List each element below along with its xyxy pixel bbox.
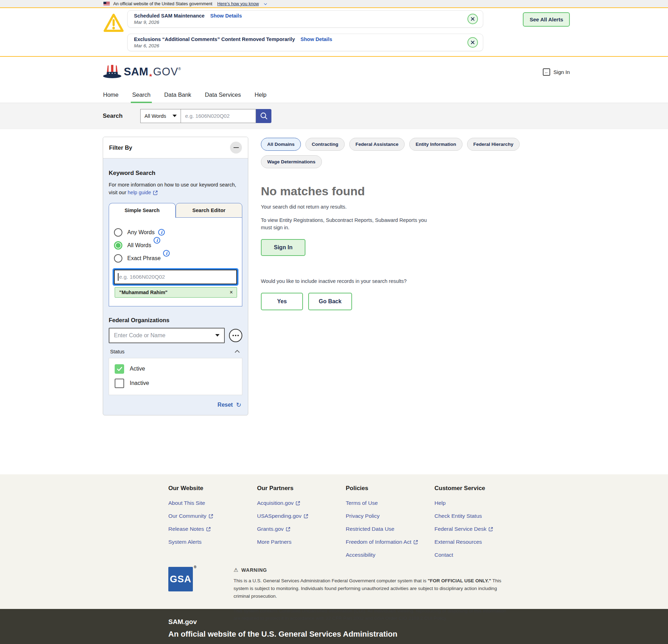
domain-tab-federal-hierarchy[interactable]: Federal Hierarchy — [467, 138, 520, 151]
show-details-link[interactable]: Show Details — [301, 36, 332, 42]
info-icon[interactable]: i — [158, 229, 165, 236]
collapse-filters-button[interactable] — [230, 142, 242, 154]
footer-link[interactable]: Terms of Use — [346, 500, 434, 506]
domain-tab-contracting[interactable]: Contracting — [305, 138, 345, 151]
radio-row-exact-phrase: Exact Phrase i — [114, 254, 237, 263]
status-section-header[interactable]: Status — [109, 349, 242, 358]
external-link-icon — [296, 501, 300, 506]
external-link-icon — [413, 540, 418, 544]
footer-link[interactable]: External Resources — [434, 539, 523, 545]
nav-item-data-bank[interactable]: Data Bank — [160, 87, 195, 103]
federal-org-combobox[interactable]: Enter Code or Name — [109, 328, 225, 343]
footer-link[interactable]: System Alerts — [168, 539, 257, 545]
close-icon — [470, 16, 475, 21]
tab-search-editor[interactable]: Search Editor — [176, 203, 243, 218]
active-checkbox[interactable] — [115, 364, 124, 374]
nav-item-help[interactable]: Help — [251, 87, 270, 103]
domain-tab-all-domains[interactable]: All Domains — [261, 138, 301, 151]
more-options-button[interactable] — [229, 329, 242, 342]
status-active-row[interactable]: Active — [115, 364, 236, 374]
domain-tabs: All Domains Contracting Federal Assistan… — [261, 138, 565, 168]
footer-link[interactable]: Privacy Policy — [346, 513, 434, 519]
search-mode-value: All Words — [144, 113, 166, 119]
how-you-know-link[interactable]: Here’s how you know — [217, 1, 259, 6]
footer-link[interactable]: Contact — [434, 552, 523, 558]
footer-link[interactable]: Acquisition.gov — [257, 500, 346, 506]
keyword-chip-label: "Muhammad Rahim" — [119, 290, 168, 295]
tab-simple-search[interactable]: Simple Search — [109, 203, 176, 218]
chip-remove-icon[interactable]: × — [230, 290, 233, 295]
footer-link[interactable]: Accessibility — [346, 552, 434, 558]
footer-link[interactable]: Help — [434, 500, 523, 506]
inactive-checkbox[interactable] — [115, 379, 124, 388]
nav-item-search[interactable]: Search — [128, 87, 154, 103]
nav-item-data-services[interactable]: Data Services — [201, 87, 245, 103]
footer-col-customer-service: Customer Service Help Check Entity Statu… — [434, 485, 523, 565]
all-words-radio[interactable] — [114, 241, 122, 250]
gov-banner: An official website of the United States… — [0, 0, 668, 8]
help-guide-link[interactable]: help guide — [128, 189, 158, 196]
alert-card-exclusions: Exclusions “Additional Comments” Content… — [127, 34, 483, 51]
alert-close-button[interactable] — [467, 14, 478, 24]
search-submit-button[interactable] — [256, 109, 271, 123]
search-bar-row: Search All Words — [0, 103, 668, 129]
uncle-sam-hat-icon — [103, 64, 122, 80]
warning-triangle-icon — [103, 13, 124, 33]
status-inactive-row[interactable]: Inactive — [115, 379, 236, 388]
reset-icon[interactable]: ↻ — [236, 401, 241, 409]
alert-title: Scheduled SAM Maintenance — [134, 13, 204, 19]
filter-panel: Filter By Keyword Search For more inform… — [103, 137, 248, 415]
chevron-down-icon[interactable] — [264, 2, 267, 5]
footer-link[interactable]: Restricted Data Use — [346, 526, 434, 532]
keyword-input[interactable]: e.g. 1606N020Q02 — [114, 270, 237, 284]
search-input[interactable] — [181, 109, 256, 123]
dropdown-arrow-icon — [173, 115, 177, 117]
alert-close-button[interactable] — [467, 37, 478, 48]
info-icon[interactable]: i — [163, 250, 170, 257]
footer-link[interactable]: Release Notes — [168, 526, 257, 532]
minus-icon — [234, 147, 239, 148]
site-footer: Our Website About This Site Our Communit… — [0, 474, 668, 609]
sam-gov-logo[interactable]: SAM ★ GOV ® — [103, 64, 181, 80]
go-back-button[interactable]: Go Back — [308, 293, 352, 310]
alert-title: Exclusions “Additional Comments” Content… — [134, 36, 295, 42]
keyword-tabs: Simple Search Search Editor — [109, 203, 242, 218]
footer-link[interactable]: About This Site — [168, 500, 257, 506]
search-mode-select[interactable]: All Words — [140, 109, 181, 123]
alert-date: Mar 9, 2026 — [134, 20, 242, 25]
sign-in-icon: ← — [543, 68, 550, 76]
footer-link[interactable]: Freedom of Information Act — [346, 539, 434, 545]
results-sign-in-button[interactable]: Sign In — [261, 239, 305, 256]
keyword-search-title: Keyword Search — [109, 170, 242, 177]
keyword-chip: "Muhammad Rahim" × — [115, 287, 237, 298]
footer-link[interactable]: Federal Service Desk — [434, 526, 523, 532]
footer-link[interactable]: Check Entity Status — [434, 513, 523, 519]
footer-link[interactable]: Grants.gov — [257, 526, 346, 532]
external-link-icon — [206, 527, 211, 531]
show-details-link[interactable]: Show Details — [210, 13, 242, 19]
external-link-icon — [153, 190, 158, 195]
footer-link[interactable]: More Partners — [257, 539, 346, 545]
no-matches-heading: No matches found — [261, 184, 565, 198]
filter-panel-header: Filter By — [103, 137, 248, 158]
footer-link[interactable]: USASpending.gov — [257, 513, 346, 519]
exact-phrase-radio[interactable] — [114, 254, 122, 263]
nav-item-home[interactable]: Home — [99, 87, 122, 103]
yes-button[interactable]: Yes — [261, 293, 303, 310]
info-icon[interactable]: i — [154, 237, 160, 244]
alerts-section: Scheduled SAM Maintenance Show Details M… — [0, 8, 668, 57]
see-all-alerts-button[interactable]: See All Alerts — [523, 12, 570, 27]
footer-col-policies: Policies Terms of Use Privacy Policy Res… — [346, 485, 434, 565]
results-area: All Domains Contracting Federal Assistan… — [261, 137, 565, 310]
reset-link[interactable]: Reset — [217, 402, 233, 408]
federal-organizations-title: Federal Organizations — [109, 317, 242, 324]
domain-tab-entity-information[interactable]: Entity Information — [409, 138, 463, 151]
sign-in-link[interactable]: ← Sign In — [543, 68, 570, 76]
keyword-help-text: For more information on how to use our k… — [109, 181, 242, 197]
main-content: Filter By Keyword Search For more inform… — [0, 129, 668, 474]
filter-panel-body: Keyword Search For more information on h… — [103, 158, 248, 415]
any-words-radio[interactable] — [114, 228, 122, 237]
footer-link[interactable]: Our Community — [168, 513, 257, 519]
domain-tab-wage-determinations[interactable]: Wage Determinations — [261, 155, 322, 168]
domain-tab-federal-assistance[interactable]: Federal Assistance — [349, 138, 405, 151]
